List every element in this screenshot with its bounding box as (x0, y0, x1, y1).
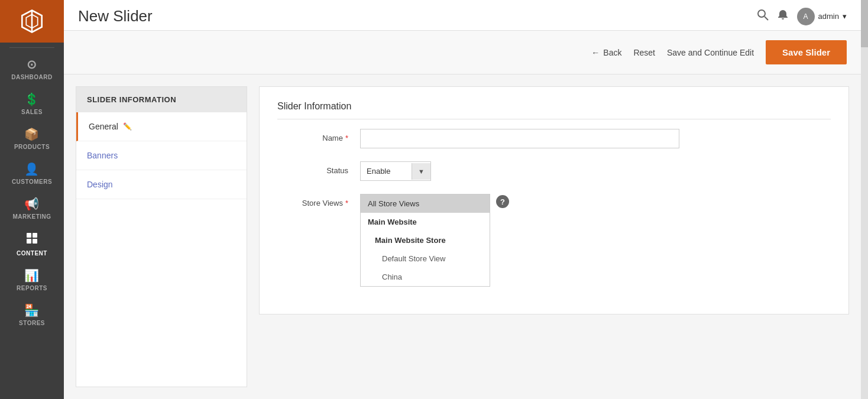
svg-rect-3 (27, 233, 31, 238)
page-header: New Slider A admin ▾ (64, 0, 861, 31)
stores-icon: 🏪 (24, 303, 40, 317)
status-dropdown-icon[interactable]: ▼ (412, 163, 430, 180)
name-label: Name* (277, 129, 348, 142)
scrollbar-thumb[interactable] (861, 0, 868, 47)
notification-icon[interactable] (777, 9, 789, 24)
status-label: Status (277, 161, 348, 175)
reset-button[interactable]: Reset (633, 48, 655, 57)
sidebar-item-products[interactable]: 📦 PRODUCTS (0, 120, 64, 155)
status-select[interactable]: Enable ▼ (360, 161, 431, 181)
store-views-option-default-store-view[interactable]: Default Store View (361, 249, 490, 268)
left-panel: SLIDER INFORMATION General ✏️ Banners De… (76, 86, 247, 387)
admin-name: admin (818, 12, 839, 21)
sidebar-item-label: CUSTOMERS (12, 179, 52, 185)
svg-line-8 (765, 17, 768, 20)
sidebar-item-label: STORES (19, 320, 45, 326)
help-icon[interactable]: ? (496, 195, 509, 208)
right-panel: Slider Information Name* Status Enab (259, 86, 849, 387)
name-input[interactable] (360, 129, 679, 148)
store-views-row: Store Views* All Store Views Main Websit… (277, 194, 831, 287)
customers-icon: 👤 (24, 162, 40, 176)
form-section-title: Slider Information (277, 101, 831, 119)
store-views-dropdown[interactable]: All Store Views Main Website Main Websit… (360, 194, 490, 287)
required-star-store: * (345, 199, 348, 207)
dashboard-icon: ⊙ (27, 57, 37, 72)
status-value: Enable (361, 162, 412, 180)
sidebar-divider (9, 47, 54, 48)
sidebar-item-label: SALES (21, 109, 43, 115)
store-views-option-all[interactable]: All Store Views (361, 194, 490, 213)
main-content: New Slider A admin ▾ ← Back (64, 0, 861, 399)
required-star: * (345, 134, 348, 142)
store-views-option-main-website[interactable]: Main Website (361, 213, 490, 231)
name-row: Name* (277, 129, 831, 148)
marketing-icon: 📢 (24, 197, 40, 211)
search-icon[interactable] (757, 9, 769, 24)
magento-logo-icon (19, 8, 45, 34)
nav-item-banners[interactable]: Banners (76, 141, 247, 170)
nav-item-label: Design (87, 180, 113, 189)
header-right: A admin ▾ (757, 8, 847, 25)
svg-rect-6 (33, 239, 37, 244)
sales-icon: 💲 (24, 92, 40, 106)
content-icon (25, 232, 38, 248)
nav-item-label: General (89, 122, 118, 131)
svg-rect-5 (27, 239, 31, 244)
sidebar-item-sales[interactable]: 💲 SALES (0, 85, 64, 120)
sidebar-item-marketing[interactable]: 📢 MARKETING (0, 190, 64, 225)
status-row: Status Enable ▼ (277, 161, 831, 181)
edit-icon: ✏️ (123, 122, 132, 131)
sidebar-item-label: REPORTS (17, 285, 47, 291)
sidebar-item-label: CONTENT (17, 250, 47, 257)
admin-dropdown-icon: ▾ (843, 12, 847, 21)
back-arrow-icon: ← (591, 48, 600, 57)
action-bar: ← Back Reset Save and Continue Edit Save… (64, 31, 861, 74)
sidebar-item-dashboard[interactable]: ⊙ DASHBOARD (0, 50, 64, 85)
back-label: Back (603, 48, 621, 57)
sidebar-item-stores[interactable]: 🏪 STORES (0, 296, 64, 331)
sidebar-item-label: PRODUCTS (14, 144, 50, 150)
nav-item-design[interactable]: Design (76, 170, 247, 199)
name-field-wrap (360, 129, 831, 148)
save-continue-button[interactable]: Save and Continue Edit (667, 48, 754, 57)
sidebar-item-reports[interactable]: 📊 REPORTS (0, 261, 64, 296)
status-field-wrap: Enable ▼ (360, 161, 831, 181)
sidebar-item-customers[interactable]: 👤 CUSTOMERS (0, 155, 64, 190)
store-views-option-china[interactable]: China (361, 268, 490, 286)
sidebar-item-label: DASHBOARD (11, 74, 53, 80)
sidebar: ⊙ DASHBOARD 💲 SALES 📦 PRODUCTS 👤 CUSTOME… (0, 0, 64, 399)
content-area: SLIDER INFORMATION General ✏️ Banners De… (64, 74, 861, 399)
save-slider-button[interactable]: Save Slider (766, 40, 847, 64)
products-icon: 📦 (24, 127, 40, 141)
sidebar-logo[interactable] (0, 0, 64, 43)
nav-item-label: Banners (87, 151, 118, 160)
form-section: Slider Information Name* Status Enab (259, 86, 849, 314)
svg-rect-4 (33, 233, 37, 238)
sidebar-item-label: MARKETING (12, 213, 51, 220)
svg-point-7 (758, 10, 765, 17)
page-scrollbar[interactable] (861, 0, 868, 399)
reports-icon: 📊 (24, 268, 40, 283)
page-title: New Slider (78, 7, 153, 25)
panel-header: SLIDER INFORMATION (76, 87, 247, 112)
store-views-label: Store Views* (277, 194, 348, 207)
admin-user-badge[interactable]: A admin ▾ (797, 8, 847, 25)
nav-item-general[interactable]: General ✏️ (76, 112, 247, 141)
sidebar-item-content[interactable]: CONTENT (0, 225, 64, 261)
store-views-option-main-website-store[interactable]: Main Website Store (361, 231, 490, 249)
store-views-field-row: All Store Views Main Website Main Websit… (360, 194, 831, 287)
back-button[interactable]: ← Back (591, 48, 621, 57)
store-views-wrap: All Store Views Main Website Main Websit… (360, 194, 831, 287)
admin-avatar: A (797, 8, 815, 25)
